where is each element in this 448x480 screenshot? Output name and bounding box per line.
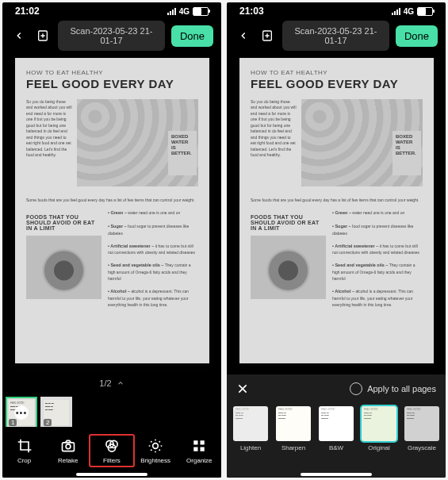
done-button[interactable]: Done bbox=[171, 25, 213, 47]
back-button[interactable] bbox=[10, 27, 28, 44]
doc-image-citrus: BOXED WATER IS BETTER. bbox=[301, 99, 423, 186]
grid-icon bbox=[190, 437, 208, 455]
network-label: 4G bbox=[179, 7, 190, 16]
status-time: 21:02 bbox=[15, 6, 40, 17]
scanned-page-preview[interactable]: HOW TO EAT HEALTHY FEEL GOOD EVERY DAY S… bbox=[15, 58, 209, 363]
doc-bullet-list: • Green – water need one is one and on •… bbox=[332, 209, 423, 308]
retake-button[interactable]: Retake bbox=[48, 437, 88, 464]
document-title-input[interactable]: Scan-2023-05-23 21-01-17 bbox=[282, 21, 389, 51]
crop-icon bbox=[16, 437, 33, 455]
signal-icon bbox=[392, 8, 400, 15]
doc-image-citrus: BOXED WATER IS BETTER. bbox=[77, 99, 198, 186]
top-bar: Scan-2023-05-23 21-01-17 Done bbox=[227, 20, 446, 52]
document-title-input[interactable]: Scan-2023-05-23 21-01-17 bbox=[58, 21, 165, 51]
filter-bw[interactable]: FEEL GOOD▬▬ ▬▬ ▬▬▬▬▬ B&W bbox=[319, 406, 354, 451]
close-button[interactable] bbox=[236, 382, 249, 395]
status-bar: 21:02 4G bbox=[2, 2, 221, 20]
battery-icon bbox=[193, 7, 209, 16]
done-button[interactable]: Done bbox=[396, 25, 438, 47]
doc-bullet-list: • Green – water need one is one and on •… bbox=[108, 209, 198, 308]
svg-rect-10 bbox=[201, 447, 205, 451]
doc-subheading: HOW TO EAT HEALTHY bbox=[26, 69, 198, 76]
thumbnail-menu-icon[interactable]: ••• bbox=[14, 405, 29, 420]
filter-sharpen[interactable]: FEEL GOOD▬▬ ▬▬ ▬▬▬▬▬ Sharpen bbox=[276, 406, 311, 451]
page-indicator[interactable]: 1/2 bbox=[2, 378, 221, 388]
thumbnail-page-2[interactable]: ▬ ▬ ▬▬▬ ▬▬ ▬▬ 2 bbox=[40, 397, 72, 428]
top-bar: Scan-2023-05-23 21-01-17 Done bbox=[2, 20, 221, 52]
battery-icon bbox=[417, 7, 433, 16]
add-page-button[interactable] bbox=[34, 27, 52, 44]
svg-rect-8 bbox=[201, 440, 205, 444]
filter-original[interactable]: FEEL GOOD▬▬ ▬▬ ▬▬▬▬▬ Original bbox=[362, 406, 396, 451]
thumbnail-page-1[interactable]: FEEL GOOD▬▬ ▬▬▬▬▬▬ ••• 1 bbox=[6, 397, 37, 428]
filter-options-row: FEEL GOOD▬▬ ▬▬ ▬▬▬▬▬ Lighten FEEL GOOD▬▬… bbox=[227, 403, 446, 451]
phone-screen-right: 21:03 4G Scan-2023-05-23 21-01-17 Done H… bbox=[227, 2, 446, 478]
doc-intro-text: So you do being those and worked about y… bbox=[251, 99, 297, 186]
status-icons: 4G bbox=[167, 7, 209, 16]
filter-panel: Apply to all pages FEEL GOOD▬▬ ▬▬ ▬▬▬▬▬ … bbox=[227, 374, 446, 478]
bottom-toolbar: Crop Retake Filters Brightness Organize bbox=[2, 427, 221, 478]
chevron-up-icon bbox=[117, 379, 124, 387]
doc-intro-text: So you do being those and worked about y… bbox=[26, 99, 72, 186]
status-bar: 21:03 4G bbox=[227, 2, 446, 20]
page-thumbnails: FEEL GOOD▬▬ ▬▬▬▬▬▬ ••• 1 ▬ ▬ ▬▬▬ ▬▬ ▬▬ 2 bbox=[6, 397, 72, 428]
network-label: 4G bbox=[404, 7, 414, 16]
boxed-water-label: BOXED WATER IS BETTER. bbox=[392, 131, 421, 175]
doc-headline: FEEL GOOD EVERY DAY bbox=[251, 78, 423, 91]
filter-grayscale[interactable]: FEEL GOOD▬▬ ▬▬ ▬▬▬▬▬ Grayscale bbox=[404, 406, 439, 451]
back-button[interactable] bbox=[235, 27, 252, 44]
brightness-icon bbox=[147, 437, 164, 455]
filters-button[interactable]: Filters bbox=[89, 434, 135, 467]
boxed-water-label: BOXED WATER IS BETTER. bbox=[168, 131, 197, 175]
close-icon bbox=[236, 382, 249, 395]
svg-rect-7 bbox=[194, 440, 198, 444]
svg-point-6 bbox=[153, 444, 159, 449]
home-indicator[interactable] bbox=[301, 473, 372, 476]
scanned-page-preview[interactable]: HOW TO EAT HEALTHY FEEL GOOD EVERY DAY S… bbox=[239, 58, 434, 363]
filter-lighten[interactable]: FEEL GOOD▬▬ ▬▬ ▬▬▬▬▬ Lighten bbox=[233, 406, 268, 451]
filters-icon bbox=[103, 437, 121, 455]
svg-rect-9 bbox=[194, 447, 198, 451]
thumbnail-number: 1 bbox=[9, 419, 17, 426]
home-indicator[interactable] bbox=[76, 473, 147, 476]
doc-image-coffee bbox=[26, 236, 101, 299]
doc-paragraph: Some foods that are you feel good every … bbox=[26, 198, 198, 204]
phone-screen-left: 21:02 4G Scan-2023-05-23 21-01-17 Done H… bbox=[2, 2, 221, 478]
crop-button[interactable]: Crop bbox=[5, 437, 44, 464]
status-time: 21:03 bbox=[239, 6, 264, 17]
doc-image-coffee bbox=[251, 236, 326, 299]
doc-subheading: HOW TO EAT HEALTHY bbox=[251, 69, 423, 76]
thumbnail-number: 2 bbox=[44, 419, 52, 426]
svg-point-2 bbox=[66, 444, 71, 449]
doc-headline: FEEL GOOD EVERY DAY bbox=[26, 78, 198, 91]
doc-section-heading: FOODS THAT YOU SHOULD AVOID OR EAT IN A … bbox=[26, 214, 101, 231]
apply-to-all-toggle[interactable]: Apply to all pages bbox=[350, 382, 436, 395]
status-icons: 4G bbox=[392, 7, 433, 16]
radio-unchecked-icon bbox=[350, 382, 362, 395]
signal-icon bbox=[167, 8, 176, 15]
add-page-button[interactable] bbox=[258, 27, 276, 44]
brightness-button[interactable]: Brightness bbox=[136, 437, 175, 464]
doc-paragraph: Some foods that are you feel good every … bbox=[251, 198, 423, 204]
camera-icon bbox=[59, 437, 77, 455]
doc-section-heading: FOODS THAT YOU SHOULD AVOID OR EAT IN A … bbox=[251, 214, 326, 231]
organize-button[interactable]: Organize bbox=[179, 437, 219, 464]
